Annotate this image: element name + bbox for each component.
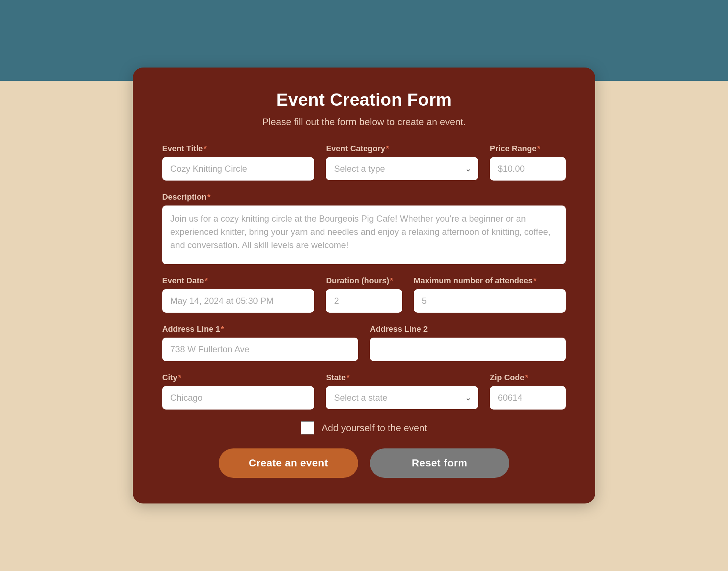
- row-date-duration-attendees: Event Date* Duration (hours)* Maximum nu…: [162, 276, 566, 313]
- event-category-label: Event Category*: [326, 144, 478, 153]
- duration-group: Duration (hours)*: [326, 276, 402, 313]
- address-line1-group: Address Line 1*: [162, 324, 358, 361]
- price-range-group: Price Range*: [490, 144, 566, 181]
- row-title-category-price: Event Title* Event Category* Select a ty…: [162, 144, 566, 181]
- duration-input[interactable]: [326, 289, 402, 313]
- max-attendees-group: Maximum number of attendees*: [414, 276, 566, 313]
- zip-code-group: Zip Code*: [490, 373, 566, 410]
- address-line1-input[interactable]: [162, 338, 358, 361]
- address-line1-label: Address Line 1*: [162, 324, 358, 334]
- add-yourself-checkbox[interactable]: [301, 421, 314, 434]
- city-input[interactable]: [162, 386, 314, 410]
- add-yourself-label: Add yourself to the event: [321, 422, 427, 434]
- add-yourself-row: Add yourself to the event: [162, 421, 566, 434]
- city-group: City*: [162, 373, 314, 410]
- address-line2-group: Address Line 2: [370, 324, 566, 361]
- create-event-button[interactable]: Create an event: [219, 448, 358, 478]
- event-category-select-wrapper: Select a type Social Workshop Sports Art…: [326, 157, 478, 180]
- event-date-group: Event Date*: [162, 276, 314, 313]
- event-category-select[interactable]: Select a type Social Workshop Sports Art…: [326, 157, 478, 180]
- max-attendees-input[interactable]: [414, 289, 566, 313]
- price-range-label: Price Range*: [490, 144, 566, 153]
- event-title-group: Event Title*: [162, 144, 314, 181]
- event-category-group: Event Category* Select a type Social Wor…: [326, 144, 478, 181]
- reset-form-button[interactable]: Reset form: [370, 448, 509, 478]
- form-header: Event Creation Form Please fill out the …: [162, 90, 566, 128]
- state-label: State*: [326, 373, 478, 382]
- event-title-input[interactable]: [162, 157, 314, 181]
- description-group: Description*: [162, 192, 566, 264]
- row-description: Description*: [162, 192, 566, 264]
- duration-label: Duration (hours)*: [326, 276, 402, 286]
- button-row: Create an event Reset form: [162, 448, 566, 478]
- description-label: Description*: [162, 192, 566, 202]
- form-card: Event Creation Form Please fill out the …: [133, 68, 595, 503]
- state-group: State* Select a state Illinois New York …: [326, 373, 478, 410]
- row-address: Address Line 1* Address Line 2: [162, 324, 566, 361]
- zip-code-input[interactable]: [490, 386, 566, 410]
- zip-code-label: Zip Code*: [490, 373, 566, 382]
- state-select-wrapper: Select a state Illinois New York Califor…: [326, 386, 478, 409]
- description-textarea[interactable]: [162, 206, 566, 264]
- address-line2-label: Address Line 2: [370, 324, 566, 334]
- event-title-label: Event Title*: [162, 144, 314, 153]
- row-city-state-zip: City* State* Select a state Illinois New…: [162, 373, 566, 410]
- max-attendees-label: Maximum number of attendees*: [414, 276, 566, 286]
- address-line2-input[interactable]: [370, 338, 566, 361]
- price-range-input[interactable]: [490, 157, 566, 181]
- city-label: City*: [162, 373, 314, 382]
- form-title: Event Creation Form: [162, 90, 566, 110]
- state-select[interactable]: Select a state Illinois New York Califor…: [326, 386, 478, 409]
- event-date-label: Event Date*: [162, 276, 314, 286]
- form-subtitle: Please fill out the form below to create…: [162, 116, 566, 128]
- event-date-input[interactable]: [162, 289, 314, 313]
